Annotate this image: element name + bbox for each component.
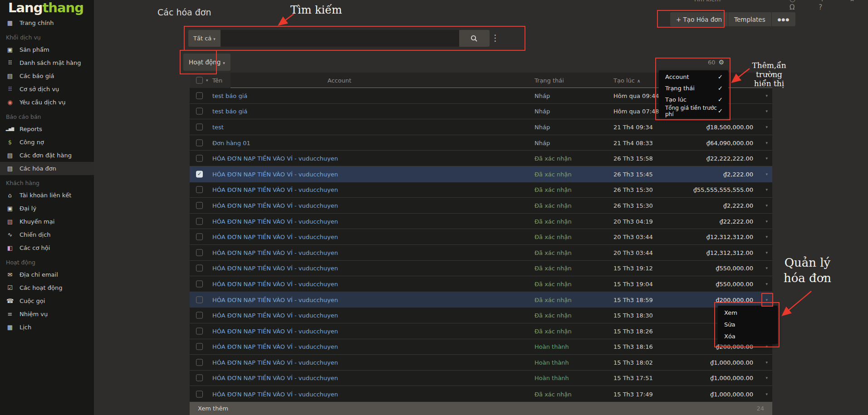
row-checkbox[interactable] — [196, 265, 203, 272]
invoice-name-link[interactable]: HÓA ĐƠN NẠP TIỀN VÀO VÍ - vuducchuyen — [212, 327, 338, 334]
invoice-name-link[interactable]: HÓA ĐƠN NẠP TIỀN VÀO VÍ - vuducchuyen — [212, 249, 338, 256]
invoice-name-link[interactable]: HÓA ĐƠN NẠP TIỀN VÀO VÍ - vuducchuyen — [212, 343, 338, 350]
row-actions-caret-icon[interactable]: ▾ — [765, 282, 768, 286]
sidebar-item-san-pham[interactable]: ▣Sản phẩm — [0, 43, 94, 56]
row-actions-caret-icon[interactable]: ▾ — [765, 219, 768, 224]
search-input[interactable] — [221, 30, 459, 47]
context-menu-item[interactable]: Sửa — [718, 319, 778, 331]
sidebar-item-reports[interactable]: ▂▅▇Reports — [0, 122, 94, 136]
sidebar-item-lich[interactable]: ▦Lịch — [0, 321, 94, 334]
sidebar-item-trang-chinh[interactable]: ▦Trang chính — [0, 16, 94, 29]
row-actions-caret-icon[interactable]: ▾ — [765, 250, 768, 255]
invoice-name-link[interactable]: HÓA ĐƠN NẠP TIỀN VÀO VÍ - vuducchuyen — [212, 359, 338, 366]
row-checkbox[interactable] — [196, 234, 203, 240]
select-menu-caret-icon[interactable]: ▾ — [206, 78, 208, 83]
column-toggle-item[interactable]: Trạng thái✓ — [659, 83, 728, 94]
invoice-row[interactable]: HÓA ĐƠN NẠP TIỀN VÀO VÍ - vuducchuyenĐã … — [190, 166, 772, 182]
sidebar-item-cuoc-goi[interactable]: ☎Cuộc gọi — [0, 294, 94, 308]
sidebar-item-chien-dich[interactable]: ∿Chiến dịch — [0, 228, 94, 241]
templates-button[interactable]: Templates — [728, 12, 772, 26]
sidebar-item-co-so-dich-vu[interactable]: ⠿Cơ sở dịch vụ — [0, 83, 94, 96]
invoice-name-link[interactable]: HÓA ĐƠN NẠP TIỀN VÀO VÍ - vuducchuyen — [212, 171, 338, 177]
invoice-name-link[interactable]: HÓA ĐƠN NẠP TIỀN VÀO VÍ - vuducchuyen — [212, 155, 338, 162]
row-checkbox[interactable] — [196, 359, 203, 366]
sidebar-item-nhiem-vu[interactable]: ≡Nhiệm vụ — [0, 308, 94, 321]
row-actions-caret-icon[interactable]: ▾ — [765, 93, 768, 98]
app-logo[interactable]: Langthang — [0, 0, 94, 16]
invoice-row[interactable]: HÓA ĐƠN NẠP TIỀN VÀO VÍ - vuducchuyenĐã … — [190, 386, 772, 402]
row-checkbox[interactable] — [196, 186, 203, 193]
sidebar-item-cac-hoat-dong[interactable]: ☑Các hoạt động — [0, 281, 94, 294]
create-invoice-button[interactable]: + Tạo Hóa đơn — [670, 12, 728, 26]
search-submit-button[interactable] — [459, 30, 490, 47]
row-actions-caret-icon[interactable]: ▾ — [765, 234, 768, 239]
invoice-row[interactable]: HÓA ĐƠN NẠP TIỀN VÀO VÍ - vuducchuyenHoà… — [190, 355, 772, 371]
invoice-name-link[interactable]: HÓA ĐƠN NẠP TIỀN VÀO VÍ - vuducchuyen — [212, 375, 338, 381]
sidebar-item-cac-bao-gia[interactable]: ▤Các báo giá — [0, 69, 94, 83]
row-actions-caret-icon[interactable]: ▾ — [765, 109, 768, 113]
column-toggle-item[interactable]: Tổng giá tiền trước phí✓ — [659, 105, 728, 117]
row-actions-caret-icon[interactable]: ▾ — [765, 298, 768, 302]
invoice-row[interactable]: HÓA ĐƠN NẠP TIỀN VÀO VÍ - vuducchuyenĐã … — [190, 292, 772, 308]
invoice-name-link[interactable]: HÓA ĐƠN NẠP TIỀN VÀO VÍ - vuducchuyen — [212, 218, 338, 225]
row-checkbox[interactable] — [196, 108, 203, 115]
topbar-icons[interactable]: ○ + ★ Ω ? — [790, 0, 868, 11]
invoice-name-link[interactable]: Đơn hàng 01 — [212, 139, 250, 146]
invoice-row[interactable]: HÓA ĐƠN NẠP TIỀN VÀO VÍ - vuducchuyenĐã … — [190, 276, 772, 292]
row-actions-caret-icon[interactable]: ▾ — [765, 344, 768, 349]
search-more-options-icon[interactable]: ⋮ — [491, 33, 500, 43]
row-checkbox[interactable] — [196, 202, 203, 209]
row-checkbox-checked[interactable] — [196, 171, 203, 177]
invoice-row[interactable]: HÓA ĐƠN NẠP TIỀN VÀO VÍ - vuducchuyenHoà… — [190, 371, 772, 386]
invoice-row[interactable]: HÓA ĐƠN NẠP TIỀN VÀO VÍ - vuducchuyenĐã … — [190, 308, 772, 323]
invoice-row[interactable]: HÓA ĐƠN NẠP TIỀN VÀO VÍ - vuducchuyenĐã … — [190, 323, 772, 339]
sidebar-item-tai-khoan-lien-ket[interactable]: ⌂Tài khoản liên kết — [0, 189, 94, 202]
row-checkbox[interactable] — [196, 391, 203, 397]
row-actions-caret-icon[interactable]: ▾ — [765, 360, 768, 365]
invoice-row[interactable]: HÓA ĐƠN NẠP TIỀN VÀO VÍ - vuducchuyenĐã … — [190, 245, 772, 261]
column-header-created[interactable]: Tạo lúc∧ — [613, 77, 640, 83]
row-checkbox[interactable] — [196, 249, 203, 256]
invoice-row[interactable]: HÓA ĐƠN NẠP TIỀN VÀO VÍ - vuducchuyenĐã … — [190, 261, 772, 277]
sidebar-item-dia-chi-email[interactable]: ✉Địa chỉ email — [0, 268, 94, 281]
column-toggle-item[interactable]: Tạo lúc✓ — [659, 94, 728, 105]
row-checkbox[interactable] — [196, 296, 203, 303]
row-checkbox[interactable] — [196, 155, 203, 162]
invoice-name-link[interactable]: test báo giá — [212, 108, 247, 115]
invoice-row[interactable]: HÓA ĐƠN NẠP TIỀN VÀO VÍ - vuducchuyenĐã … — [190, 151, 772, 166]
invoice-row[interactable]: HÓA ĐƠN NẠP TIỀN VÀO VÍ - vuducchuyenĐã … — [190, 198, 772, 214]
row-checkbox[interactable] — [196, 375, 203, 381]
table-footer[interactable]: Xem thêm 24 — [190, 402, 772, 415]
row-actions-caret-icon[interactable]: ▾ — [765, 392, 768, 396]
invoice-name-link[interactable]: HÓA ĐƠN NẠP TIỀN VÀO VÍ - vuducchuyen — [212, 296, 338, 303]
column-toggle-item[interactable]: Account✓ — [659, 71, 728, 83]
invoice-name-link[interactable]: HÓA ĐƠN NẠP TIỀN VÀO VÍ - vuducchuyen — [212, 280, 338, 287]
invoice-name-link[interactable]: test — [212, 123, 224, 130]
load-more-label[interactable]: Xem thêm — [198, 402, 228, 415]
row-actions-caret-icon[interactable]: ▾ — [765, 141, 768, 145]
row-actions-caret-icon[interactable]: ▾ — [765, 203, 768, 208]
invoice-name-link[interactable]: HÓA ĐƠN NẠP TIỀN VÀO VÍ - vuducchuyen — [212, 265, 338, 272]
invoice-name-link[interactable]: HÓA ĐƠN NẠP TIỀN VÀO VÍ - vuducchuyen — [212, 391, 338, 397]
row-checkbox[interactable] — [196, 327, 203, 334]
column-header-name[interactable]: Tên — [212, 77, 222, 83]
sidebar-item-cac-hoa-don[interactable]: ▤Các hóa đơn — [0, 162, 94, 175]
row-actions-caret-icon[interactable]: ▾ — [765, 156, 768, 161]
columns-gear-icon[interactable]: ⚙ — [718, 59, 724, 66]
invoice-row[interactable]: HÓA ĐƠN NẠP TIỀN VÀO VÍ - vuducchuyenĐã … — [190, 214, 772, 229]
sidebar-item-yeu-cau-dich-vu[interactable]: ◉Yêu cầu dịch vụ — [0, 96, 94, 109]
search-scope-dropdown[interactable]: Tất cả▾ — [188, 30, 221, 47]
invoice-name-link[interactable]: HÓA ĐƠN NẠP TIỀN VÀO VÍ - vuducchuyen — [212, 312, 338, 319]
activity-dropdown-button[interactable]: Hoạt động▾ — [183, 54, 230, 71]
context-menu-item[interactable]: Xóa — [718, 331, 778, 342]
sidebar-item-cong-no[interactable]: $Công nợ — [0, 136, 94, 149]
column-header-account[interactable]: Account — [312, 77, 367, 83]
invoice-row[interactable]: HÓA ĐƠN NẠP TIỀN VÀO VÍ - vuducchuyenĐã … — [190, 182, 772, 198]
invoice-row[interactable]: HÓA ĐƠN NẠP TIỀN VÀO VÍ - vuducchuyenHoà… — [190, 339, 772, 355]
sidebar-item-khuyen-mai[interactable]: ▧Khuyến mại — [0, 215, 94, 228]
invoice-name-link[interactable]: HÓA ĐƠN NẠP TIỀN VÀO VÍ - vuducchuyen — [212, 186, 338, 193]
invoice-row[interactable]: testNháp21 Th4 09:34₫18,500,000.00▾ — [190, 119, 772, 135]
row-actions-caret-icon[interactable]: ▾ — [765, 187, 768, 192]
row-checkbox[interactable] — [196, 92, 203, 99]
more-actions-button[interactable]: ●●● — [772, 12, 796, 26]
